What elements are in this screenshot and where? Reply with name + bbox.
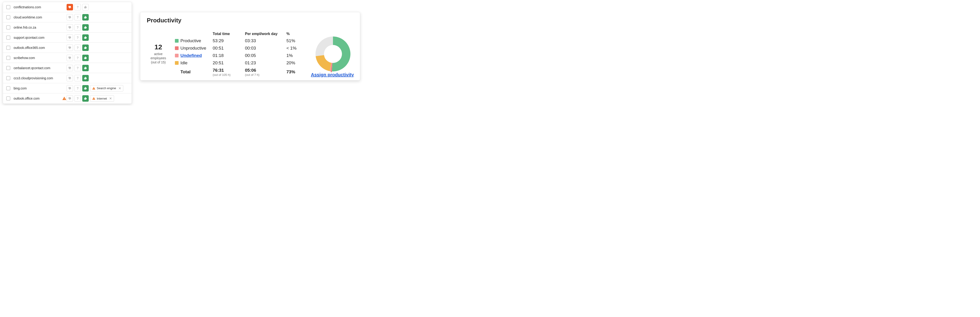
row-checkbox[interactable] xyxy=(6,96,10,100)
col-header-pct: % xyxy=(286,32,305,36)
row-checkbox[interactable] xyxy=(6,76,10,80)
site-list-panel: conflictnations.com?cloud.worktime.com?o… xyxy=(3,2,132,104)
thumbs-up-button[interactable] xyxy=(82,85,89,92)
thumbs-down-button[interactable] xyxy=(67,85,73,92)
warning-col xyxy=(62,96,67,100)
thumbs-down-button[interactable] xyxy=(67,24,73,31)
site-domain: cloud.worktime.com xyxy=(14,16,62,19)
row-total-undefined: 01:18 xyxy=(213,53,245,58)
row-label-idle: Idle xyxy=(180,61,213,65)
thumbs-up-button[interactable] xyxy=(82,95,89,102)
row-checkbox[interactable] xyxy=(6,15,10,19)
thumbs-down-icon xyxy=(68,97,72,100)
thumbs-down-icon xyxy=(68,87,72,90)
row-checkbox[interactable] xyxy=(6,66,10,70)
thumbs-down-icon xyxy=(68,36,72,39)
thumbs-up-button[interactable] xyxy=(82,34,89,41)
question-button[interactable]: ? xyxy=(75,4,81,10)
row-checkbox[interactable] xyxy=(6,35,10,40)
col-header-per: Per empl/work day xyxy=(245,32,286,36)
row-per-undefined: 00:05 xyxy=(245,53,286,58)
site-row: cloud.worktime.com? xyxy=(3,12,132,22)
site-domain: outlook.office.com xyxy=(14,97,62,100)
thumbs-up-icon xyxy=(84,16,87,19)
thumbs-up-icon xyxy=(84,46,87,49)
site-row: outlook.office.com?Internet✕ xyxy=(3,93,132,104)
swatch-productive xyxy=(175,39,178,43)
question-button[interactable]: ? xyxy=(75,85,81,92)
active-employees-block: 12 active employees (out of 15) xyxy=(147,43,170,65)
productivity-body: 12 active employees (out of 15) Total ti… xyxy=(147,31,353,77)
rating-buttons: ? xyxy=(67,45,89,51)
question-button[interactable]: ? xyxy=(75,34,81,41)
donut-hole xyxy=(324,45,342,63)
site-domain: online.fnb.co.za xyxy=(14,25,62,29)
row-total-productive: 53:29 xyxy=(213,38,245,43)
rating-buttons: ? xyxy=(67,24,89,31)
chip-remove-icon[interactable]: ✕ xyxy=(118,86,121,90)
site-row: conflictnations.com? xyxy=(3,2,132,12)
row-checkbox[interactable] xyxy=(6,56,10,60)
row-checkbox[interactable] xyxy=(6,25,10,30)
thumbs-up-button[interactable] xyxy=(82,24,89,31)
rating-buttons: ? xyxy=(67,85,89,92)
category-label: Internet xyxy=(97,97,107,100)
row-total-unproductive: 00:51 xyxy=(213,46,245,51)
chip-remove-icon[interactable]: ✕ xyxy=(109,97,112,100)
rating-buttons: ? xyxy=(67,34,89,41)
row-per-productive: 03:33 xyxy=(245,38,286,43)
thumbs-down-button[interactable] xyxy=(67,45,73,51)
thumbs-down-button[interactable] xyxy=(67,55,73,61)
question-button[interactable]: ? xyxy=(75,14,81,21)
thumbs-up-icon xyxy=(84,66,87,70)
question-button[interactable]: ? xyxy=(75,95,81,102)
warning-icon xyxy=(62,96,66,100)
site-domain: conflictnations.com xyxy=(14,5,62,9)
thumbs-down-icon xyxy=(68,66,72,70)
category-chip[interactable]: Internet✕ xyxy=(90,95,114,102)
row-pct-idle: 20% xyxy=(286,61,305,65)
row-total-idle: 20:51 xyxy=(213,61,245,65)
thumbs-up-icon xyxy=(84,36,87,39)
thumbs-up-button[interactable] xyxy=(82,4,89,10)
thumbs-down-button[interactable] xyxy=(67,95,73,102)
col-header-total: Total time xyxy=(213,32,245,36)
rating-buttons: ? xyxy=(67,75,89,81)
category-chip[interactable]: Search engine✕ xyxy=(90,85,123,92)
row-checkbox[interactable] xyxy=(6,5,10,9)
thumbs-down-icon xyxy=(68,16,72,19)
warning-icon xyxy=(92,97,95,100)
question-button[interactable]: ? xyxy=(75,24,81,31)
thumbs-down-icon xyxy=(68,26,72,29)
thumbs-up-button[interactable] xyxy=(82,55,89,61)
row-label-unproductive: Unproductive xyxy=(180,46,213,51)
thumbs-up-button[interactable] xyxy=(82,65,89,71)
site-domain: outlook.office365.com xyxy=(14,46,62,49)
row-checkbox[interactable] xyxy=(6,86,10,90)
question-button[interactable]: ? xyxy=(75,75,81,81)
question-button[interactable]: ? xyxy=(75,55,81,61)
row-pct-unproductive: < 1% xyxy=(286,46,305,51)
row-pct-productive: 51% xyxy=(286,38,305,43)
thumbs-up-icon xyxy=(84,97,87,100)
thumbs-down-button[interactable] xyxy=(67,65,73,71)
thumbs-down-button[interactable] xyxy=(67,14,73,21)
row-label-undefined[interactable]: Undefined xyxy=(180,53,213,58)
row-checkbox[interactable] xyxy=(6,46,10,50)
question-button[interactable]: ? xyxy=(75,45,81,51)
thumbs-down-button[interactable] xyxy=(67,4,73,10)
row-pct-undefined: 1% xyxy=(286,53,305,58)
warning-icon xyxy=(92,87,95,90)
assign-productivity-link[interactable]: Assign productivity xyxy=(311,72,354,78)
site-domain: cerbalancet.qcontact.com xyxy=(14,66,62,70)
question-button[interactable]: ? xyxy=(75,65,81,71)
thumbs-up-button[interactable] xyxy=(82,75,89,81)
productivity-table: Total timePer empl/work day%Productive53… xyxy=(175,32,305,76)
thumbs-up-button[interactable] xyxy=(82,45,89,51)
row-per-total: 05:06(out of 7 h) xyxy=(245,68,286,76)
row-pct-total: 73% xyxy=(286,69,305,75)
thumbs-down-button[interactable] xyxy=(67,34,73,41)
thumbs-up-icon xyxy=(84,26,87,29)
thumbs-up-button[interactable] xyxy=(82,14,89,21)
thumbs-down-button[interactable] xyxy=(67,75,73,81)
